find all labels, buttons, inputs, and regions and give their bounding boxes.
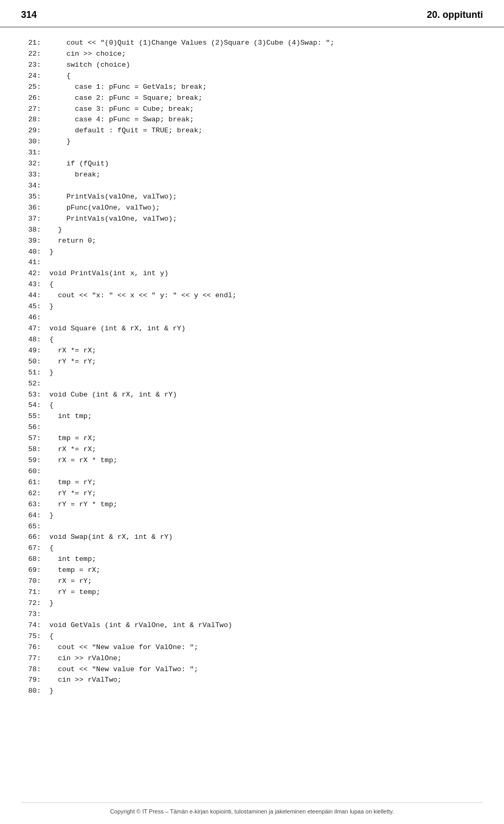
table-row: 75:{ (21, 631, 483, 642)
line-code: cout << "(0)Quit (1)Change Values (2)Squ… (49, 38, 334, 49)
line-number: 72: (21, 598, 41, 609)
table-row: 55: int tmp; (21, 411, 483, 422)
line-code: case 4: pFunc = Swap; break; (49, 114, 194, 126)
table-row: 32: if (fQuit) (21, 159, 483, 170)
line-code: { (49, 543, 54, 554)
line-number: 78: (21, 664, 41, 675)
table-row: 73: (21, 609, 483, 620)
line-number: 45: (21, 301, 41, 312)
line-number: 39: (21, 236, 41, 247)
line-code: cin >> choice; (49, 49, 126, 60)
line-number: 67: (21, 543, 41, 554)
table-row: 36: pFunc(valOne, valTwo); (21, 203, 483, 214)
line-number: 26: (21, 93, 41, 104)
line-code: } (49, 225, 62, 236)
line-number: 30: (21, 137, 41, 148)
table-row: 69: temp = rX; (21, 565, 483, 576)
table-row: 79: cin >> rValTwo; (21, 675, 483, 686)
table-row: 46: (21, 312, 483, 324)
line-code: void Square (int & rX, int & rY) (49, 324, 185, 335)
line-code: rY = rY * tmp; (49, 499, 118, 510)
line-code: } (49, 137, 71, 148)
line-code: } (49, 598, 54, 609)
table-row: 38: } (21, 225, 483, 236)
line-number: 76: (21, 642, 41, 653)
line-code: switch (choice) (49, 60, 130, 71)
line-code: case 3: pFunc = Cube; break; (49, 104, 194, 115)
line-number: 22: (21, 49, 41, 60)
page-number: 314 (21, 9, 37, 20)
page-container: 314 20. oppitunti 21: cout << "(0)Quit (… (0, 0, 504, 824)
table-row: 29: default : fQuit = TRUE; break; (21, 126, 483, 137)
line-number: 38: (21, 225, 41, 236)
line-code: void GetVals (int & rValOne, int & rValT… (49, 620, 232, 631)
table-row: 39: return 0; (21, 236, 483, 247)
line-number: 33: (21, 170, 41, 181)
line-number: 42: (21, 268, 41, 279)
line-code: rX *= rX; (49, 346, 96, 357)
table-row: 51:} (21, 368, 483, 379)
table-row: 71: rY = temp; (21, 587, 483, 598)
table-row: 41: (21, 257, 483, 268)
line-code: if (fQuit) (49, 159, 109, 170)
line-number: 68: (21, 554, 41, 565)
table-row: 76: cout << "New value for ValOne: "; (21, 642, 483, 653)
table-row: 61: tmp = rY; (21, 477, 483, 488)
line-number: 52: (21, 379, 41, 390)
line-code: rX = rY; (49, 576, 92, 587)
line-number: 21: (21, 38, 41, 49)
page-footer: Copyright © IT Press – Tämän e-kirjan ko… (21, 802, 483, 815)
table-row: 65: (21, 521, 483, 533)
line-code: void PrintVals(int x, int y) (49, 268, 169, 279)
line-code: temp = rX; (49, 565, 100, 576)
table-row: 45:} (21, 301, 483, 312)
table-row: 48:{ (21, 335, 483, 346)
line-code: void Cube (int & rX, int & rY) (49, 390, 177, 401)
line-number: 36: (21, 203, 41, 214)
line-code: case 2: pFunc = Square; break; (49, 93, 203, 104)
line-number: 25: (21, 82, 41, 93)
line-number: 65: (21, 521, 41, 533)
line-code: cin >> rValOne; (49, 653, 122, 664)
line-number: 53: (21, 390, 41, 401)
table-row: 62: rY *= rY; (21, 488, 483, 499)
line-code: cout << "New value for ValTwo: "; (49, 664, 198, 675)
table-row: 23: switch (choice) (21, 60, 483, 71)
line-code: } (49, 368, 54, 379)
table-row: 35: PrintVals(valOne, valTwo); (21, 192, 483, 203)
line-number: 24: (21, 71, 41, 82)
table-row: 24: { (21, 71, 483, 82)
table-row: 47:void Square (int & rX, int & rY) (21, 324, 483, 335)
line-number: 75: (21, 631, 41, 642)
line-number: 28: (21, 114, 41, 126)
line-number: 60: (21, 466, 41, 477)
line-number: 69: (21, 565, 41, 576)
table-row: 21: cout << "(0)Quit (1)Change Values (2… (21, 38, 483, 49)
table-row: 26: case 2: pFunc = Square; break; (21, 93, 483, 104)
line-number: 34: (21, 181, 41, 192)
line-number: 23: (21, 60, 41, 71)
table-row: 53:void Cube (int & rX, int & rY) (21, 390, 483, 401)
line-number: 29: (21, 126, 41, 137)
line-number: 31: (21, 148, 41, 159)
line-number: 66: (21, 532, 41, 543)
line-code: int tmp; (49, 411, 92, 422)
table-row: 56: (21, 422, 483, 433)
table-row: 67:{ (21, 543, 483, 554)
table-row: 50: rY *= rY; (21, 357, 483, 368)
table-row: 58: rX *= rX; (21, 444, 483, 455)
table-row: 64:} (21, 510, 483, 521)
table-row: 78: cout << "New value for ValTwo: "; (21, 664, 483, 675)
table-row: 25: case 1: pFunc = GetVals; break; (21, 82, 483, 93)
line-number: 37: (21, 214, 41, 225)
line-number: 77: (21, 653, 41, 664)
line-number: 80: (21, 686, 41, 697)
line-code: rX = rX * tmp; (49, 455, 118, 466)
table-row: 72:} (21, 598, 483, 609)
table-row: 68: int temp; (21, 554, 483, 565)
line-code: rY *= rY; (49, 357, 96, 368)
line-code: break; (49, 170, 100, 181)
line-number: 27: (21, 104, 41, 115)
line-number: 40: (21, 247, 41, 258)
table-row: 49: rX *= rX; (21, 346, 483, 357)
